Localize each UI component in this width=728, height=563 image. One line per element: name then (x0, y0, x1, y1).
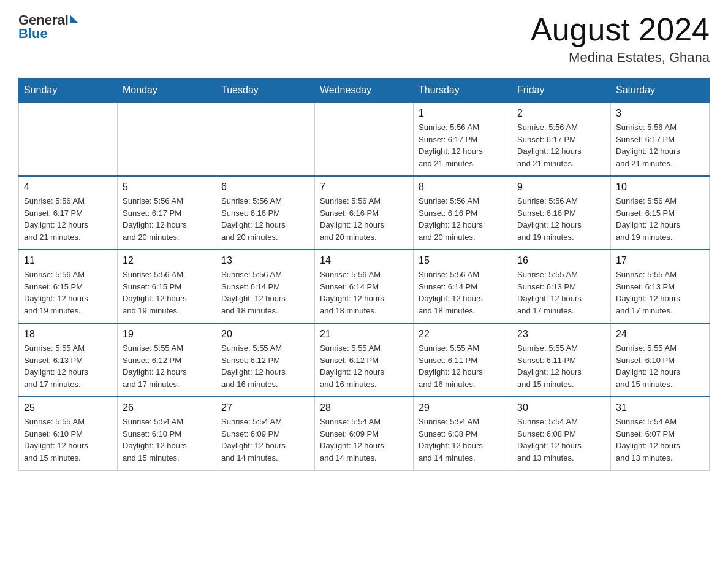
calendar-cell: 1Sunrise: 5:56 AM Sunset: 6:17 PM Daylig… (414, 102, 512, 176)
calendar-cell: 7Sunrise: 5:56 AM Sunset: 6:16 PM Daylig… (315, 176, 414, 250)
day-info: Sunrise: 5:56 AM Sunset: 6:16 PM Dayligh… (320, 195, 408, 243)
day-info: Sunrise: 5:54 AM Sunset: 6:09 PM Dayligh… (320, 416, 408, 464)
day-number: 3 (616, 108, 704, 119)
calendar-week-row: 11Sunrise: 5:56 AM Sunset: 6:15 PM Dayli… (19, 250, 710, 323)
day-number: 24 (616, 329, 704, 340)
calendar-cell: 27Sunrise: 5:54 AM Sunset: 6:09 PM Dayli… (216, 397, 315, 470)
day-info: Sunrise: 5:55 AM Sunset: 6:13 PM Dayligh… (517, 269, 605, 316)
day-info: Sunrise: 5:54 AM Sunset: 6:08 PM Dayligh… (517, 416, 605, 464)
day-number: 6 (221, 182, 309, 193)
calendar-cell: 5Sunrise: 5:56 AM Sunset: 6:17 PM Daylig… (118, 176, 216, 250)
calendar-cell: 28Sunrise: 5:54 AM Sunset: 6:09 PM Dayli… (315, 397, 414, 470)
calendar-cell: 10Sunrise: 5:56 AM Sunset: 6:15 PM Dayli… (611, 176, 710, 250)
day-number: 14 (320, 255, 408, 266)
page-header: General Blue August 2024 Medina Estates,… (18, 12, 710, 66)
day-info: Sunrise: 5:54 AM Sunset: 6:08 PM Dayligh… (419, 416, 507, 464)
day-info: Sunrise: 5:55 AM Sunset: 6:11 PM Dayligh… (517, 342, 605, 390)
day-info: Sunrise: 5:56 AM Sunset: 6:14 PM Dayligh… (221, 269, 309, 316)
col-saturday: Saturday (611, 79, 710, 103)
calendar-cell: 2Sunrise: 5:56 AM Sunset: 6:17 PM Daylig… (512, 102, 611, 176)
calendar-cell: 13Sunrise: 5:56 AM Sunset: 6:14 PM Dayli… (216, 250, 315, 323)
day-info: Sunrise: 5:55 AM Sunset: 6:12 PM Dayligh… (320, 342, 408, 390)
day-number: 27 (221, 402, 309, 413)
day-info: Sunrise: 5:56 AM Sunset: 6:15 PM Dayligh… (123, 269, 211, 316)
day-number: 11 (24, 255, 112, 266)
col-thursday: Thursday (414, 79, 512, 103)
day-number: 29 (419, 402, 507, 413)
calendar-cell: 9Sunrise: 5:56 AM Sunset: 6:16 PM Daylig… (512, 176, 611, 250)
day-number: 5 (123, 182, 211, 193)
day-info: Sunrise: 5:56 AM Sunset: 6:14 PM Dayligh… (419, 269, 507, 316)
day-info: Sunrise: 5:56 AM Sunset: 6:17 PM Dayligh… (419, 121, 507, 169)
day-number: 13 (221, 255, 309, 266)
title-block: August 2024 Medina Estates, Ghana (531, 12, 710, 66)
logo-blue-text: Blue (18, 26, 78, 42)
calendar-cell: 14Sunrise: 5:56 AM Sunset: 6:14 PM Dayli… (315, 250, 414, 323)
logo-triangle-icon (70, 15, 78, 23)
calendar-week-row: 4Sunrise: 5:56 AM Sunset: 6:17 PM Daylig… (19, 176, 710, 250)
day-number: 22 (419, 329, 507, 340)
col-sunday: Sunday (19, 79, 118, 103)
day-info: Sunrise: 5:55 AM Sunset: 6:13 PM Dayligh… (616, 269, 704, 316)
header-row: Sunday Monday Tuesday Wednesday Thursday… (19, 79, 710, 103)
calendar-cell: 25Sunrise: 5:55 AM Sunset: 6:10 PM Dayli… (19, 397, 118, 470)
day-number: 4 (24, 182, 112, 193)
day-number: 10 (616, 182, 704, 193)
calendar-cell: 29Sunrise: 5:54 AM Sunset: 6:08 PM Dayli… (414, 397, 512, 470)
day-number: 17 (616, 255, 704, 266)
day-number: 9 (517, 182, 605, 193)
day-info: Sunrise: 5:56 AM Sunset: 6:17 PM Dayligh… (616, 121, 704, 169)
col-tuesday: Tuesday (216, 79, 315, 103)
day-number: 31 (616, 402, 704, 413)
day-number: 1 (419, 108, 507, 119)
day-number: 7 (320, 182, 408, 193)
day-info: Sunrise: 5:55 AM Sunset: 6:11 PM Dayligh… (419, 342, 507, 390)
col-monday: Monday (118, 79, 216, 103)
calendar-cell: 19Sunrise: 5:55 AM Sunset: 6:12 PM Dayli… (118, 323, 216, 397)
calendar-cell: 4Sunrise: 5:56 AM Sunset: 6:17 PM Daylig… (19, 176, 118, 250)
day-info: Sunrise: 5:56 AM Sunset: 6:15 PM Dayligh… (24, 269, 112, 316)
calendar-cell (216, 102, 315, 176)
page-title: August 2024 (531, 12, 710, 47)
day-number: 21 (320, 329, 408, 340)
day-info: Sunrise: 5:55 AM Sunset: 6:13 PM Dayligh… (24, 342, 112, 390)
calendar-table: Sunday Monday Tuesday Wednesday Thursday… (18, 78, 710, 471)
day-info: Sunrise: 5:56 AM Sunset: 6:14 PM Dayligh… (320, 269, 408, 316)
calendar-cell: 16Sunrise: 5:55 AM Sunset: 6:13 PM Dayli… (512, 250, 611, 323)
day-info: Sunrise: 5:55 AM Sunset: 6:10 PM Dayligh… (24, 416, 112, 464)
logo: General Blue (18, 12, 78, 42)
day-info: Sunrise: 5:54 AM Sunset: 6:09 PM Dayligh… (221, 416, 309, 464)
day-info: Sunrise: 5:56 AM Sunset: 6:17 PM Dayligh… (123, 195, 211, 243)
day-info: Sunrise: 5:55 AM Sunset: 6:10 PM Dayligh… (616, 342, 704, 390)
day-info: Sunrise: 5:55 AM Sunset: 6:12 PM Dayligh… (221, 342, 309, 390)
day-number: 19 (123, 329, 211, 340)
calendar-cell: 23Sunrise: 5:55 AM Sunset: 6:11 PM Dayli… (512, 323, 611, 397)
calendar-cell: 21Sunrise: 5:55 AM Sunset: 6:12 PM Dayli… (315, 323, 414, 397)
calendar-cell: 12Sunrise: 5:56 AM Sunset: 6:15 PM Dayli… (118, 250, 216, 323)
calendar-cell: 17Sunrise: 5:55 AM Sunset: 6:13 PM Dayli… (611, 250, 710, 323)
day-info: Sunrise: 5:56 AM Sunset: 6:16 PM Dayligh… (221, 195, 309, 243)
day-number: 26 (123, 402, 211, 413)
day-info: Sunrise: 5:54 AM Sunset: 6:10 PM Dayligh… (123, 416, 211, 464)
calendar-cell: 18Sunrise: 5:55 AM Sunset: 6:13 PM Dayli… (19, 323, 118, 397)
day-number: 20 (221, 329, 309, 340)
day-number: 15 (419, 255, 507, 266)
calendar-cell: 20Sunrise: 5:55 AM Sunset: 6:12 PM Dayli… (216, 323, 315, 397)
day-info: Sunrise: 5:56 AM Sunset: 6:17 PM Dayligh… (517, 121, 605, 169)
calendar-cell (315, 102, 414, 176)
day-info: Sunrise: 5:54 AM Sunset: 6:07 PM Dayligh… (616, 416, 704, 464)
calendar-week-row: 25Sunrise: 5:55 AM Sunset: 6:10 PM Dayli… (19, 397, 710, 470)
day-info: Sunrise: 5:55 AM Sunset: 6:12 PM Dayligh… (123, 342, 211, 390)
day-number: 12 (123, 255, 211, 266)
day-info: Sunrise: 5:56 AM Sunset: 6:16 PM Dayligh… (517, 195, 605, 243)
day-number: 25 (24, 402, 112, 413)
day-info: Sunrise: 5:56 AM Sunset: 6:15 PM Dayligh… (616, 195, 704, 243)
calendar-cell: 24Sunrise: 5:55 AM Sunset: 6:10 PM Dayli… (611, 323, 710, 397)
calendar-cell (118, 102, 216, 176)
calendar-header: Sunday Monday Tuesday Wednesday Thursday… (19, 79, 710, 103)
day-number: 30 (517, 402, 605, 413)
day-number: 16 (517, 255, 605, 266)
calendar-cell: 3Sunrise: 5:56 AM Sunset: 6:17 PM Daylig… (611, 102, 710, 176)
day-number: 8 (419, 182, 507, 193)
day-info: Sunrise: 5:56 AM Sunset: 6:16 PM Dayligh… (419, 195, 507, 243)
